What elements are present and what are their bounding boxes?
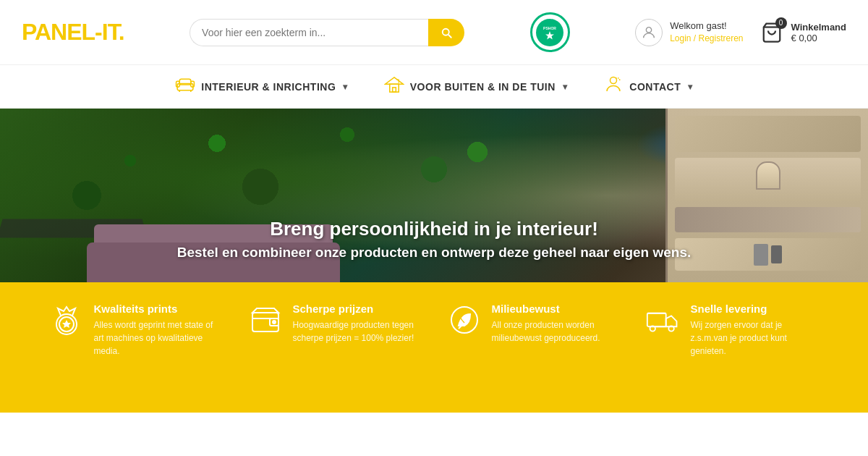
truck-icon bbox=[646, 303, 681, 342]
feature-delivery-text: Snelle levering Wij zorgen ervoor dat je… bbox=[691, 303, 820, 358]
cart-count: 0 bbox=[775, 17, 787, 29]
cart-info: Winkelmand € 0,00 bbox=[791, 22, 846, 43]
feature-delivery: Snelle levering Wij zorgen ervoor dat je… bbox=[646, 303, 820, 358]
wallet-icon bbox=[248, 303, 283, 342]
nav-item-contact[interactable]: CONTACT ▾ bbox=[603, 76, 692, 98]
hero-shelf bbox=[665, 109, 868, 282]
svg-rect-23 bbox=[647, 313, 665, 326]
features-list: Kwaliteits prints Alles wordt geprint me… bbox=[36, 303, 832, 358]
hero-text: Breng persoonlijkheid in je interieur! B… bbox=[177, 218, 692, 261]
header: PANEL-IT. PSHOR Welk bbox=[0, 0, 868, 65]
feature-eco: Milieubewust All onze producten worden m… bbox=[447, 303, 621, 345]
svg-rect-12 bbox=[390, 84, 399, 92]
leaf-icon bbox=[447, 303, 482, 342]
main-nav: INTERIEUR & INRICHTING ▾ VOOR BUITEN & I… bbox=[0, 65, 868, 109]
nav-item-buiten[interactable]: VOOR BUITEN & IN DE TUIN ▾ bbox=[384, 76, 568, 98]
header-right: Welkom gast! Login / Registreren 0 Winke… bbox=[635, 19, 846, 46]
trustpilot-badge[interactable]: PSHOR bbox=[530, 12, 570, 52]
feature-quality-text: Kwaliteits prints Alles wordt geprint me… bbox=[94, 303, 223, 358]
user-text: Welkom gast! Login / Registreren bbox=[670, 20, 743, 45]
search-button[interactable] bbox=[428, 19, 464, 46]
nav-arrow-buiten: ▾ bbox=[563, 82, 568, 92]
user-icon bbox=[635, 19, 663, 46]
nav-label-interieur: INTERIEUR & INRICHTING bbox=[201, 81, 336, 93]
nav-arrow-contact: ▾ bbox=[688, 82, 693, 92]
nav-arrow-interieur: ▾ bbox=[343, 82, 348, 92]
search-bar bbox=[190, 19, 464, 46]
medal-icon bbox=[49, 303, 84, 342]
features-section: Kwaliteits prints Alles wordt geprint me… bbox=[0, 282, 868, 413]
svg-rect-13 bbox=[392, 87, 396, 91]
sofa-icon bbox=[175, 76, 195, 98]
hero-heading: Breng persoonlijkheid in je interieur! bbox=[177, 218, 692, 240]
svg-marker-11 bbox=[385, 77, 403, 83]
svg-marker-17 bbox=[62, 320, 71, 328]
feature-quality: Kwaliteits prints Alles wordt geprint me… bbox=[49, 303, 223, 358]
search-icon bbox=[440, 26, 453, 39]
nav-label-contact: CONTACT bbox=[629, 81, 681, 93]
trustpilot-logo: PSHOR bbox=[536, 19, 563, 46]
feature-price: Scherpe prijzen Hoogwaardige producten t… bbox=[248, 303, 422, 345]
feature-price-text: Scherpe prijzen Hoogwaardige producten t… bbox=[293, 303, 422, 345]
svg-text:PSHOR: PSHOR bbox=[543, 26, 556, 30]
hero-subtext: Bestel en combineer onze producten en on… bbox=[177, 245, 692, 261]
nav-label-buiten: VOOR BUITEN & IN DE TUIN bbox=[410, 81, 556, 93]
cart-section[interactable]: 0 Winkelmand € 0,00 bbox=[758, 19, 846, 46]
feature-eco-text: Milieubewust All onze producten worden m… bbox=[492, 303, 621, 345]
svg-point-3 bbox=[646, 27, 651, 32]
nav-item-interieur[interactable]: INTERIEUR & INRICHTING ▾ bbox=[175, 76, 348, 98]
house-icon bbox=[384, 76, 404, 98]
search-input[interactable] bbox=[190, 19, 428, 46]
logo[interactable]: PANEL-IT. bbox=[22, 19, 124, 46]
contact-person-icon bbox=[603, 76, 624, 98]
user-section[interactable]: Welkom gast! Login / Registreren bbox=[635, 19, 743, 46]
cart-icon: 0 bbox=[758, 19, 786, 46]
hero-section: Breng persoonlijkheid in je interieur! B… bbox=[0, 109, 868, 282]
svg-point-20 bbox=[273, 321, 276, 324]
